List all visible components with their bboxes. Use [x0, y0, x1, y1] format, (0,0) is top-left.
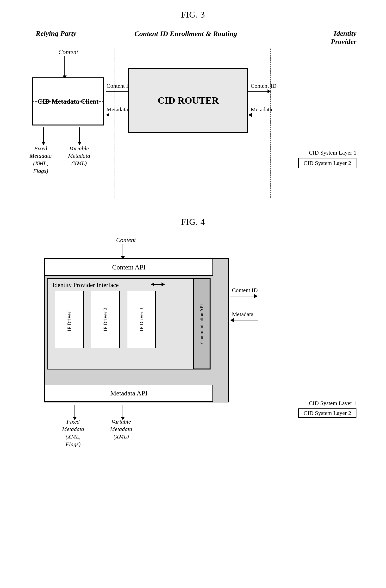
fig3-dashed-line-1 — [114, 49, 114, 198]
identity-provider-interface-box: Identity Provider Interface IP Driver 1 … — [47, 278, 211, 370]
fig4-content-id-arrow — [230, 294, 258, 298]
fig4-metadata-arrow — [230, 318, 258, 322]
content-id-arrow-right — [106, 89, 131, 93]
fig3-diagram: Relying Party Content ID Enrollment & Ro… — [25, 29, 361, 198]
content-api-box: Content API — [45, 259, 213, 276]
fig4-content-arrow — [121, 244, 125, 260]
ip-driver1-box: IP Driver 1 — [55, 291, 84, 348]
metadata-label-right: Metadata — [251, 106, 272, 113]
fig4-fixed-metadata-label: Fixed Metadata (XML, Flags) — [62, 418, 84, 448]
content-arrow-fig3 — [63, 56, 67, 79]
content-id-label-right: Content ID — [251, 83, 276, 89]
cid-system-layer2-fig3: CID System Layer 2 — [298, 158, 356, 168]
fixed-metadata-arrow — [41, 127, 45, 145]
ip-driver3-box: IP Driver 3 — [127, 291, 156, 348]
fig4-variable-metadata-label: Variable Metadata (XML) — [110, 418, 132, 441]
idp-bidir-arrow — [151, 282, 165, 286]
cid-router-box: CID ROUTER — [128, 68, 248, 133]
fig4-section: FIG. 4 Content Content API Identity Prov… — [19, 217, 367, 429]
cid-system-layer2-fig4: CID System Layer 2 — [298, 408, 356, 418]
fixed-metadata-label: Fixed Metadata (XML, Flags) — [30, 145, 52, 175]
fig3-section: FIG. 3 Relying Party Content ID Enrollme… — [19, 10, 367, 198]
fig4-metadata-label: Metadata — [232, 311, 253, 317]
idp-interface-label: Identity Provider Interface — [52, 281, 119, 289]
fig3-dashed-line-2 — [270, 49, 271, 198]
content-label-fig3: Content — [58, 49, 78, 56]
metadata-arrow-left — [106, 113, 131, 117]
cid-router-label: CID ROUTER — [158, 95, 219, 106]
fig4-content-label: Content — [116, 236, 136, 244]
content-id-arrow-far-right — [248, 89, 271, 93]
fig3-cid-enrollment-header: Content ID Enrollment & Routing — [130, 29, 241, 38]
fig3-relying-party-header: Relying Party — [30, 29, 82, 38]
metadata-arrow-right — [248, 113, 271, 117]
communication-api-box: Communication API — [193, 279, 210, 369]
fig4-diagram: Content Content API Identity Provider In… — [25, 236, 361, 429]
variable-metadata-arrow — [78, 127, 81, 145]
cid-system-layer1-fig4: CID System Layer 1 — [309, 400, 356, 406]
variable-metadata-label: Variable Metadata (XML) — [68, 145, 90, 167]
cid-system-layer1-fig3: CID System Layer 1 — [309, 149, 356, 156]
fig4-title: FIG. 4 — [19, 217, 367, 227]
fig3-title: FIG. 3 — [19, 10, 367, 20]
fig4-outer-container: Content API Identity Provider Interface … — [44, 258, 229, 402]
fig4-content-id-label: Content ID — [232, 287, 258, 294]
fig3-identity-provider-header: Identity Provider — [313, 29, 356, 46]
page: FIG. 3 Relying Party Content ID Enrollme… — [0, 0, 386, 439]
metadata-label-left: Metadata — [106, 106, 128, 113]
ip-driver2-box: IP Driver 2 — [91, 291, 120, 348]
metadata-api-box: Metadata API — [45, 385, 213, 402]
cid-metadata-client-box: CID Metadata Client — [32, 77, 104, 126]
